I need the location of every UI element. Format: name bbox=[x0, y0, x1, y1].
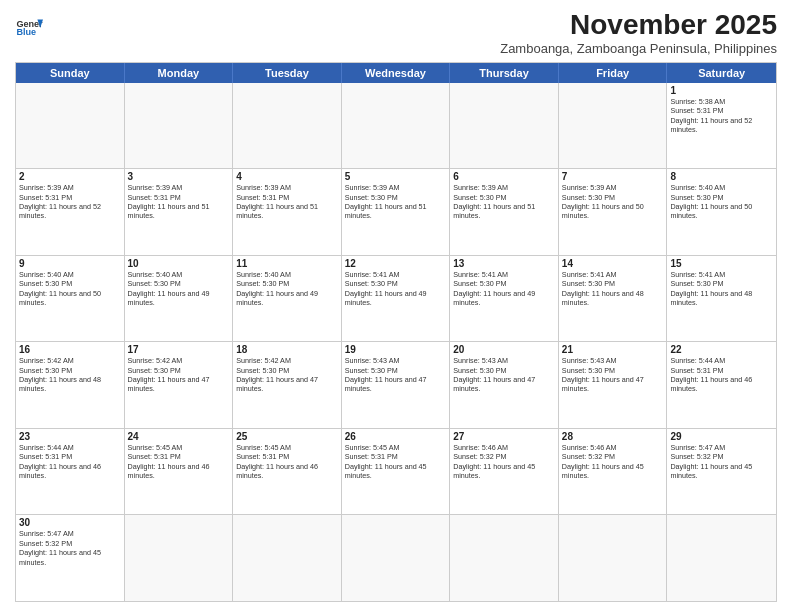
day-number: 1 bbox=[670, 85, 773, 96]
day-cell-empty bbox=[125, 515, 234, 601]
day-info: Sunrise: 5:39 AM Sunset: 5:31 PM Dayligh… bbox=[128, 183, 230, 220]
day-cell-30: 30Sunrise: 5:47 AM Sunset: 5:32 PM Dayli… bbox=[16, 515, 125, 601]
day-cell-11: 11Sunrise: 5:40 AM Sunset: 5:30 PM Dayli… bbox=[233, 256, 342, 342]
day-info: Sunrise: 5:39 AM Sunset: 5:30 PM Dayligh… bbox=[345, 183, 447, 220]
day-number: 5 bbox=[345, 171, 447, 182]
day-cell-8: 8Sunrise: 5:40 AM Sunset: 5:30 PM Daylig… bbox=[667, 169, 776, 255]
logo: General Blue bbox=[15, 10, 43, 42]
day-number: 15 bbox=[670, 258, 773, 269]
day-number: 6 bbox=[453, 171, 555, 182]
day-number: 14 bbox=[562, 258, 664, 269]
day-info: Sunrise: 5:40 AM Sunset: 5:30 PM Dayligh… bbox=[670, 183, 773, 220]
day-info: Sunrise: 5:39 AM Sunset: 5:30 PM Dayligh… bbox=[453, 183, 555, 220]
header-day-tuesday: Tuesday bbox=[233, 63, 342, 83]
day-cell-18: 18Sunrise: 5:42 AM Sunset: 5:30 PM Dayli… bbox=[233, 342, 342, 428]
day-info: Sunrise: 5:46 AM Sunset: 5:32 PM Dayligh… bbox=[562, 443, 664, 480]
day-number: 12 bbox=[345, 258, 447, 269]
day-cell-empty bbox=[342, 515, 451, 601]
day-cell-empty bbox=[233, 515, 342, 601]
day-number: 7 bbox=[562, 171, 664, 182]
header-day-monday: Monday bbox=[125, 63, 234, 83]
day-number: 21 bbox=[562, 344, 664, 355]
day-cell-7: 7Sunrise: 5:39 AM Sunset: 5:30 PM Daylig… bbox=[559, 169, 668, 255]
day-number: 25 bbox=[236, 431, 338, 442]
day-cell-6: 6Sunrise: 5:39 AM Sunset: 5:30 PM Daylig… bbox=[450, 169, 559, 255]
week-row-5: 30Sunrise: 5:47 AM Sunset: 5:32 PM Dayli… bbox=[16, 514, 776, 601]
day-number: 13 bbox=[453, 258, 555, 269]
day-cell-15: 15Sunrise: 5:41 AM Sunset: 5:30 PM Dayli… bbox=[667, 256, 776, 342]
day-cell-empty bbox=[125, 83, 234, 169]
logo-icon: General Blue bbox=[15, 14, 43, 42]
day-cell-2: 2Sunrise: 5:39 AM Sunset: 5:31 PM Daylig… bbox=[16, 169, 125, 255]
day-info: Sunrise: 5:39 AM Sunset: 5:31 PM Dayligh… bbox=[236, 183, 338, 220]
day-cell-13: 13Sunrise: 5:41 AM Sunset: 5:30 PM Dayli… bbox=[450, 256, 559, 342]
day-cell-4: 4Sunrise: 5:39 AM Sunset: 5:31 PM Daylig… bbox=[233, 169, 342, 255]
day-info: Sunrise: 5:43 AM Sunset: 5:30 PM Dayligh… bbox=[562, 356, 664, 393]
header-day-friday: Friday bbox=[559, 63, 668, 83]
title-block: November 2025 Zamboanga, Zamboanga Penin… bbox=[500, 10, 777, 56]
page: General Blue November 2025 Zamboanga, Za… bbox=[0, 0, 792, 612]
day-cell-empty bbox=[342, 83, 451, 169]
day-number: 26 bbox=[345, 431, 447, 442]
day-number: 24 bbox=[128, 431, 230, 442]
calendar-header: SundayMondayTuesdayWednesdayThursdayFrid… bbox=[16, 63, 776, 83]
day-number: 28 bbox=[562, 431, 664, 442]
day-cell-28: 28Sunrise: 5:46 AM Sunset: 5:32 PM Dayli… bbox=[559, 429, 668, 515]
week-row-3: 16Sunrise: 5:42 AM Sunset: 5:30 PM Dayli… bbox=[16, 341, 776, 428]
day-cell-12: 12Sunrise: 5:41 AM Sunset: 5:30 PM Dayli… bbox=[342, 256, 451, 342]
day-cell-22: 22Sunrise: 5:44 AM Sunset: 5:31 PM Dayli… bbox=[667, 342, 776, 428]
day-info: Sunrise: 5:45 AM Sunset: 5:31 PM Dayligh… bbox=[236, 443, 338, 480]
day-info: Sunrise: 5:42 AM Sunset: 5:30 PM Dayligh… bbox=[128, 356, 230, 393]
day-cell-24: 24Sunrise: 5:45 AM Sunset: 5:31 PM Dayli… bbox=[125, 429, 234, 515]
day-cell-25: 25Sunrise: 5:45 AM Sunset: 5:31 PM Dayli… bbox=[233, 429, 342, 515]
day-number: 3 bbox=[128, 171, 230, 182]
day-cell-empty bbox=[450, 83, 559, 169]
subtitle: Zamboanga, Zamboanga Peninsula, Philippi… bbox=[500, 41, 777, 56]
day-cell-empty bbox=[559, 83, 668, 169]
week-row-2: 9Sunrise: 5:40 AM Sunset: 5:30 PM Daylig… bbox=[16, 255, 776, 342]
day-cell-26: 26Sunrise: 5:45 AM Sunset: 5:31 PM Dayli… bbox=[342, 429, 451, 515]
month-title: November 2025 bbox=[500, 10, 777, 41]
day-number: 19 bbox=[345, 344, 447, 355]
day-number: 2 bbox=[19, 171, 121, 182]
day-info: Sunrise: 5:38 AM Sunset: 5:31 PM Dayligh… bbox=[670, 97, 773, 134]
day-info: Sunrise: 5:43 AM Sunset: 5:30 PM Dayligh… bbox=[453, 356, 555, 393]
day-info: Sunrise: 5:45 AM Sunset: 5:31 PM Dayligh… bbox=[128, 443, 230, 480]
day-info: Sunrise: 5:47 AM Sunset: 5:32 PM Dayligh… bbox=[19, 529, 121, 566]
week-row-1: 2Sunrise: 5:39 AM Sunset: 5:31 PM Daylig… bbox=[16, 168, 776, 255]
day-info: Sunrise: 5:42 AM Sunset: 5:30 PM Dayligh… bbox=[19, 356, 121, 393]
day-number: 29 bbox=[670, 431, 773, 442]
day-number: 30 bbox=[19, 517, 121, 528]
day-cell-14: 14Sunrise: 5:41 AM Sunset: 5:30 PM Dayli… bbox=[559, 256, 668, 342]
day-cell-29: 29Sunrise: 5:47 AM Sunset: 5:32 PM Dayli… bbox=[667, 429, 776, 515]
day-info: Sunrise: 5:40 AM Sunset: 5:30 PM Dayligh… bbox=[19, 270, 121, 307]
day-info: Sunrise: 5:46 AM Sunset: 5:32 PM Dayligh… bbox=[453, 443, 555, 480]
week-row-4: 23Sunrise: 5:44 AM Sunset: 5:31 PM Dayli… bbox=[16, 428, 776, 515]
day-cell-21: 21Sunrise: 5:43 AM Sunset: 5:30 PM Dayli… bbox=[559, 342, 668, 428]
day-number: 23 bbox=[19, 431, 121, 442]
day-info: Sunrise: 5:44 AM Sunset: 5:31 PM Dayligh… bbox=[670, 356, 773, 393]
calendar: SundayMondayTuesdayWednesdayThursdayFrid… bbox=[15, 62, 777, 602]
day-number: 22 bbox=[670, 344, 773, 355]
header-day-saturday: Saturday bbox=[667, 63, 776, 83]
day-number: 27 bbox=[453, 431, 555, 442]
day-info: Sunrise: 5:41 AM Sunset: 5:30 PM Dayligh… bbox=[670, 270, 773, 307]
day-number: 4 bbox=[236, 171, 338, 182]
day-cell-9: 9Sunrise: 5:40 AM Sunset: 5:30 PM Daylig… bbox=[16, 256, 125, 342]
day-cell-23: 23Sunrise: 5:44 AM Sunset: 5:31 PM Dayli… bbox=[16, 429, 125, 515]
week-row-0: 1Sunrise: 5:38 AM Sunset: 5:31 PM Daylig… bbox=[16, 83, 776, 169]
day-info: Sunrise: 5:41 AM Sunset: 5:30 PM Dayligh… bbox=[453, 270, 555, 307]
day-cell-17: 17Sunrise: 5:42 AM Sunset: 5:30 PM Dayli… bbox=[125, 342, 234, 428]
day-cell-empty bbox=[233, 83, 342, 169]
day-number: 17 bbox=[128, 344, 230, 355]
day-cell-5: 5Sunrise: 5:39 AM Sunset: 5:30 PM Daylig… bbox=[342, 169, 451, 255]
day-info: Sunrise: 5:43 AM Sunset: 5:30 PM Dayligh… bbox=[345, 356, 447, 393]
day-cell-empty bbox=[559, 515, 668, 601]
day-info: Sunrise: 5:47 AM Sunset: 5:32 PM Dayligh… bbox=[670, 443, 773, 480]
header: General Blue November 2025 Zamboanga, Za… bbox=[15, 10, 777, 56]
header-day-wednesday: Wednesday bbox=[342, 63, 451, 83]
day-info: Sunrise: 5:39 AM Sunset: 5:30 PM Dayligh… bbox=[562, 183, 664, 220]
day-cell-3: 3Sunrise: 5:39 AM Sunset: 5:31 PM Daylig… bbox=[125, 169, 234, 255]
day-cell-27: 27Sunrise: 5:46 AM Sunset: 5:32 PM Dayli… bbox=[450, 429, 559, 515]
day-number: 18 bbox=[236, 344, 338, 355]
